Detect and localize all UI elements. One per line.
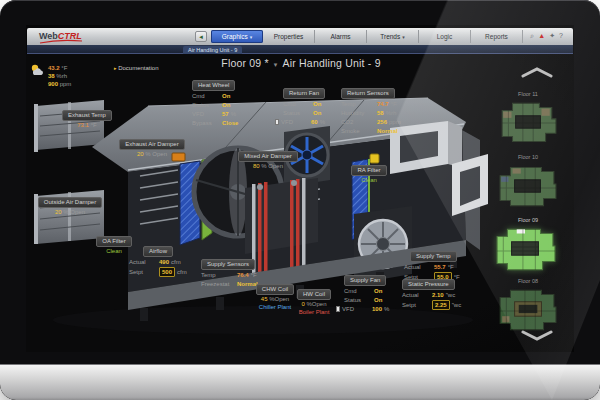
field-value: 55.7 — [434, 263, 446, 271]
field-value: 0 — [301, 301, 304, 307]
callout-supply-fan: Supply Fan CmdOn StatusOn VFD100% — [344, 275, 389, 313]
field-value: 80 — [253, 163, 260, 169]
toolbar: WebCTRL ◂ Graphics▾ Properties Alarms Tr… — [27, 28, 573, 45]
title-location[interactable]: Floor 09 * — [221, 57, 269, 69]
field-value: 73.1 — [77, 122, 89, 128]
floor-thumb-label: Floor 08 — [488, 278, 568, 284]
tab-label: Logic — [437, 33, 453, 40]
help-icon[interactable]: ? — [559, 31, 563, 41]
vfd-icon — [275, 119, 279, 125]
boiler-plant-link[interactable]: Boiler Plant — [299, 309, 330, 315]
field-value: 57 — [222, 110, 229, 118]
floor-thumb-label: Floor 10 — [488, 154, 568, 160]
field-value: 2.10 — [432, 291, 444, 299]
scroll-up-button[interactable] — [520, 66, 554, 78]
tab-reports[interactable]: Reports — [471, 30, 523, 43]
screen: WebCTRL ◂ Graphics▾ Properties Alarms Tr… — [26, 25, 574, 352]
field-name: VFD — [192, 110, 222, 118]
alarm-icon[interactable]: ▲ — [538, 31, 545, 41]
tab-label: Alarms — [330, 33, 350, 40]
callout-supply-temp: Supply Temp Actual55.7°F Setpt55.0°F — [404, 251, 460, 282]
callout-mixed-air-damper: Mixed Air Damper 80 % Open — [233, 151, 303, 170]
field-value: On — [313, 100, 321, 108]
outdoor-conditions: 43.2 °F 38 %rh 900 ppm — [30, 64, 71, 88]
callout-title: Supply Sensors — [201, 259, 255, 270]
monitor-photo: WebCTRL ◂ Graphics▾ Properties Alarms Tr… — [0, 0, 600, 400]
floor-thumbnail-09[interactable] — [494, 224, 556, 274]
field-name: Actual — [404, 263, 434, 271]
setpoint-input[interactable]: 500 — [159, 267, 175, 277]
oa-humidity-value: 38 — [48, 73, 55, 79]
scroll-down-button[interactable] — [520, 330, 554, 342]
field-value: 20 — [55, 209, 62, 215]
tab-logic[interactable]: Logic — [419, 30, 471, 43]
documentation-link[interactable]: ▸ Documentation — [114, 65, 159, 71]
field-unit: cfm — [177, 268, 187, 276]
breadcrumb-bar: Air Handling Unit - 9 — [27, 45, 573, 54]
field-value: 100 — [372, 305, 382, 313]
tab-label: Trends — [380, 33, 400, 40]
callout-title: Supply Fan — [344, 275, 386, 286]
oa-co2: 900 ppm — [48, 80, 71, 88]
field-unit: °F — [251, 271, 257, 279]
floor-thumbnail-10[interactable] — [496, 161, 558, 211]
field-value: On — [374, 296, 382, 304]
logo-swoosh — [39, 39, 83, 44]
page-title: Floor 09 *▾Air Handling Unit - 9 — [136, 57, 466, 69]
callout-title: Mixed Air Damper — [238, 151, 298, 162]
floor-thumbnail-08[interactable] — [496, 285, 558, 335]
field-value: Clean — [106, 248, 122, 254]
field-unit: % Open — [145, 151, 167, 157]
field-name: Actual — [129, 258, 159, 266]
tab-properties[interactable]: Properties — [263, 30, 315, 43]
field-unit: %Open — [307, 301, 327, 307]
search-icon[interactable]: ⌕ — [530, 31, 534, 41]
title-dropdown-icon[interactable]: ▾ — [269, 61, 283, 68]
field-name: Status — [283, 109, 313, 117]
chiller-plant-link[interactable]: Chiller Plant — [259, 304, 291, 310]
callout-outside-air-damper: Outside Air Damper 20 % Open — [30, 197, 110, 216]
callout-hw-coil: HW Coil 0 %Open Boiler Plant — [292, 289, 336, 316]
field-value: On — [313, 109, 321, 117]
field-value: 76.4 — [237, 271, 249, 279]
back-arrow-button[interactable]: ◂ — [195, 31, 207, 42]
setpoint-input[interactable]: 2.25 — [432, 300, 450, 310]
tab-alarms[interactable]: Alarms — [315, 30, 367, 43]
field-name: Status — [344, 296, 374, 304]
field-name: Temp — [201, 271, 237, 279]
callout-title: Exhaust Air Damper — [119, 139, 184, 150]
warning-badge-icon — [370, 154, 379, 163]
callout-title: CHW Coil — [256, 284, 294, 295]
field-name: Smoke — [341, 127, 377, 135]
monitor-chin — [0, 364, 600, 400]
field-value: On — [222, 101, 230, 109]
callout-title: Return Fan — [283, 88, 325, 99]
webctrl-logo: WebCTRL — [39, 30, 82, 42]
field-name: Freezestat — [201, 280, 237, 288]
field-unit: % — [384, 305, 389, 313]
callout-title: HW Coil — [297, 289, 331, 300]
field-name: Cmd — [344, 287, 374, 295]
field-value: On — [222, 92, 230, 100]
field-value: Clean — [361, 177, 377, 183]
field-unit: %Open — [269, 296, 289, 302]
doc-label: Documentation — [118, 65, 158, 71]
breadcrumb[interactable]: Air Handling Unit - 9 — [183, 46, 242, 54]
floor-thumbnail-11[interactable] — [496, 98, 558, 148]
settings-icon[interactable]: ✦ — [549, 31, 555, 41]
field-name: Actual — [402, 291, 432, 299]
oa-humidity-unit: %rh — [56, 73, 67, 79]
callout-return-sensors: Return Sensors Temp74.7°F Humidity58%rh … — [341, 88, 401, 135]
field-value: On — [374, 287, 382, 295]
tab-graphics[interactable]: Graphics▾ — [211, 30, 263, 43]
field-value: 45 — [261, 296, 268, 302]
supply-duct — [452, 154, 488, 216]
tab-bar: Graphics▾ Properties Alarms Trends▾ Logi… — [211, 30, 523, 43]
doc-arrow-icon: ▸ — [114, 65, 117, 71]
tab-trends[interactable]: Trends▾ — [367, 30, 419, 43]
field-name: CO2 — [341, 118, 377, 126]
field-unit: "wc — [452, 301, 461, 309]
field-value: Close — [222, 119, 238, 127]
callout-title: Return Sensors — [341, 88, 395, 99]
field-value: Normal — [377, 127, 398, 135]
